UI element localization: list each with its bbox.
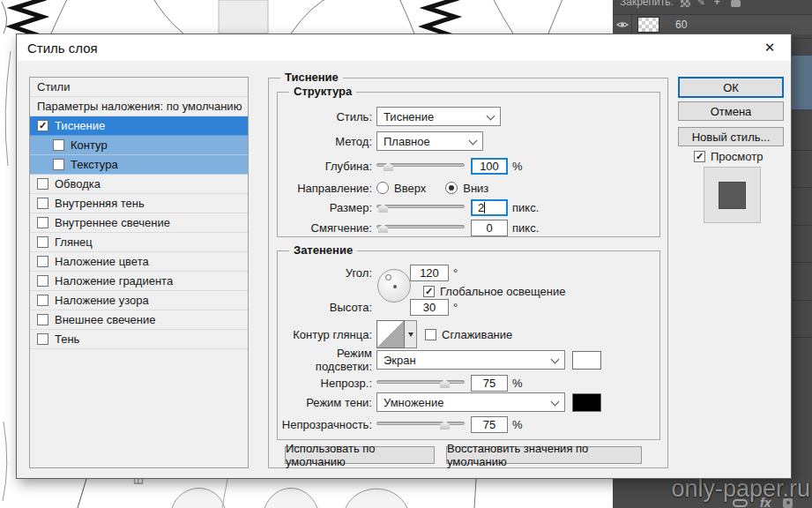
soften-input[interactable] <box>471 220 508 236</box>
layer-row[interactable]: 60 <box>613 15 812 34</box>
method-dropdown[interactable]: Плавное <box>376 131 483 151</box>
shadow-opacity-input[interactable] <box>471 416 508 433</box>
direction-down-radio[interactable] <box>445 182 458 194</box>
style-item-label: Внутренняя тень <box>55 197 145 210</box>
style-checkbox[interactable] <box>53 139 64 151</box>
highlight-mode-row: Режим подсветки: Экран <box>278 350 659 370</box>
sidebar-item[interactable]: Текстура <box>30 155 248 175</box>
style-item-label: Глянец <box>55 235 93 249</box>
shadow-opacity-label: Непрозрачность: <box>278 418 376 431</box>
altitude-input[interactable] <box>410 299 449 316</box>
sidebar-item[interactable]: Контур <box>30 136 248 155</box>
sidebar-item[interactable]: Тиснение <box>30 116 248 136</box>
style-dropdown[interactable]: Тиснение <box>376 107 501 126</box>
blending-options-item[interactable]: Параметры наложения: по умолчанию <box>30 97 248 116</box>
bevel-emboss-group-label: Тиснение <box>280 71 343 84</box>
layer-thumbnail[interactable] <box>637 17 659 33</box>
method-label: Метод: <box>278 135 376 148</box>
depth-slider[interactable] <box>376 160 465 172</box>
highlight-opacity-slider[interactable] <box>376 377 465 389</box>
style-item-label: Внешнее свечение <box>55 313 156 326</box>
size-row: Размер: пикс. <box>278 198 659 217</box>
lock-all-icon[interactable] <box>731 0 741 7</box>
angle-label: Угол: <box>278 266 376 280</box>
style-checkbox[interactable] <box>37 256 48 267</box>
sidebar-item[interactable]: Обводка <box>30 175 248 194</box>
style-checkbox[interactable] <box>37 295 48 306</box>
lock-position-icon[interactable]: + <box>714 0 724 7</box>
highlight-mode-dropdown[interactable]: Экран <box>376 350 565 370</box>
sidebar-item[interactable]: Внешнее свечение <box>30 310 248 330</box>
sidebar-item[interactable]: Тень <box>30 330 248 349</box>
shadow-mode-dropdown[interactable]: Умножение <box>376 392 565 412</box>
style-checkbox[interactable] <box>37 120 48 131</box>
style-item-label: Наложение цвета <box>55 255 149 268</box>
style-preview-square <box>719 182 746 209</box>
slider-track <box>376 225 465 228</box>
style-checkbox[interactable] <box>37 275 48 287</box>
lock-pixels-icon[interactable]: ✎ <box>697 0 707 7</box>
size-input[interactable] <box>471 199 508 216</box>
highlight-opacity-input[interactable] <box>471 375 508 392</box>
highlight-opacity-label: Непрозр.: <box>278 377 376 390</box>
sidebar-item[interactable]: Наложение цвета <box>30 252 248 272</box>
altitude-row: Высота: ° <box>278 297 659 317</box>
direction-up-radio[interactable] <box>376 182 389 194</box>
style-checkbox[interactable] <box>37 178 48 190</box>
angle-input[interactable] <box>410 265 449 281</box>
lock-transparency-icon[interactable] <box>681 0 690 7</box>
style-dropdown-value: Тиснение <box>384 110 434 123</box>
cancel-button[interactable]: Отмена <box>678 101 784 121</box>
shadow-opacity-slider[interactable] <box>376 418 465 430</box>
style-checkbox[interactable] <box>37 314 48 325</box>
sidebar-item[interactable]: Наложение градиента <box>30 272 248 291</box>
gloss-contour-row: Контур глянца: Сглаживание <box>278 319 659 349</box>
preview-row: Просмотр <box>694 150 763 163</box>
dialog-title: Стиль слоя <box>27 41 98 56</box>
styles-list: ТиснениеКонтурТекстураОбводкаВнутренняя … <box>30 116 248 349</box>
highlight-mode-label: Режим подсветки: <box>278 347 376 373</box>
reset-default-button[interactable]: Восстановить значения по умолчанию <box>446 446 642 464</box>
canvas-pattern-left <box>0 34 16 508</box>
global-light-checkbox[interactable] <box>423 286 435 297</box>
angle-dial-marker[interactable] <box>385 274 391 280</box>
sidebar-item[interactable]: Внутренняя тень <box>30 194 248 213</box>
visibility-eye-icon[interactable] <box>613 15 632 34</box>
style-checkbox[interactable] <box>37 236 48 248</box>
shadow-color-swatch[interactable] <box>572 393 601 412</box>
lock-toolbar: Закрепить: ✎ + <box>613 0 812 10</box>
gloss-contour-thumbnail[interactable] <box>376 320 405 348</box>
styles-header[interactable]: Стили <box>30 78 248 97</box>
global-light-row: Глобальное освещение <box>423 285 565 298</box>
style-checkbox[interactable] <box>37 198 48 209</box>
depth-input[interactable] <box>471 158 508 175</box>
style-checkbox[interactable] <box>37 217 48 228</box>
dialog-titlebar[interactable]: Стиль слоя ✕ <box>17 34 791 61</box>
style-checkbox[interactable] <box>37 333 48 345</box>
preview-checkbox[interactable] <box>694 151 705 162</box>
use-default-button[interactable]: Использовать по умолчанию <box>285 446 435 464</box>
antialias-checkbox[interactable] <box>425 329 436 340</box>
gloss-contour-arrow[interactable] <box>405 320 417 348</box>
sidebar-item[interactable]: Наложение узора <box>30 291 248 310</box>
sidebar-item[interactable]: Внутреннее свечение <box>30 213 248 233</box>
layer-name: 60 <box>675 19 687 31</box>
style-checkbox[interactable] <box>53 159 64 170</box>
global-light-label: Глобальное освещение <box>440 285 565 298</box>
size-slider[interactable] <box>376 201 465 213</box>
close-icon[interactable]: ✕ <box>759 39 780 56</box>
chevron-down-icon <box>469 137 478 146</box>
highlight-color-swatch[interactable] <box>572 351 601 370</box>
text-caret <box>484 202 485 213</box>
depth-row: Глубина: % <box>278 156 659 176</box>
direction-down-label: Вниз <box>463 182 488 195</box>
antialias-label: Сглаживание <box>442 328 512 341</box>
soften-row: Смягчение: пикс. <box>278 218 659 237</box>
ok-button[interactable]: ОК <box>678 77 784 98</box>
chevron-down-icon <box>551 398 560 407</box>
new-style-button[interactable]: Новый стиль... <box>678 127 784 146</box>
soften-slider[interactable] <box>376 221 465 234</box>
structure-group: Структура Стиль: Тиснение Метод: Плавное… <box>277 92 660 237</box>
preview-label: Просмотр <box>711 150 763 163</box>
sidebar-item[interactable]: Глянец <box>30 233 248 252</box>
